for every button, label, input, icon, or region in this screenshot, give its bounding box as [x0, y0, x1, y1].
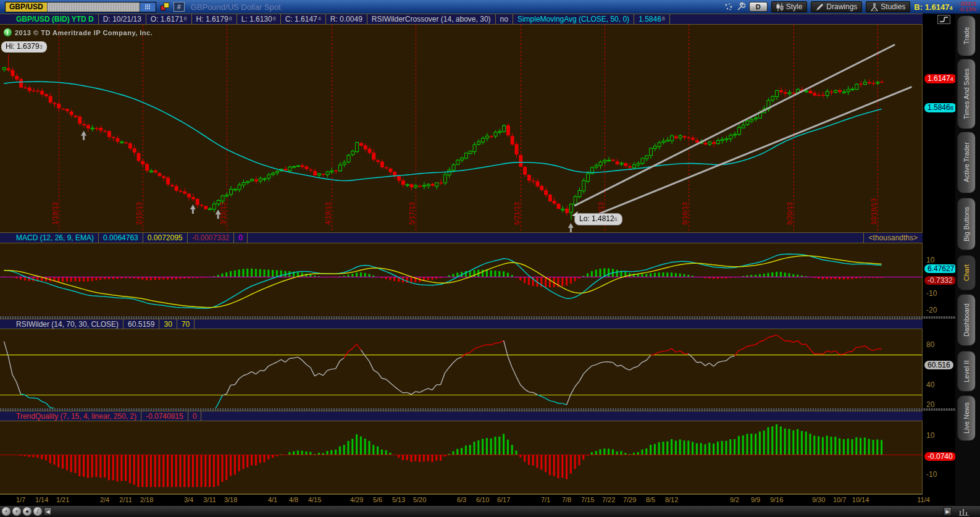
- rsi-crossover-value: no: [496, 14, 513, 24]
- rsi-axis[interactable]: 60.516 804020: [923, 329, 955, 408]
- link-color-icon[interactable]: [160, 2, 170, 12]
- x-axis-label: 8/5: [646, 496, 655, 503]
- x-axis-label: 11/4: [917, 496, 930, 503]
- tq-study-label[interactable]: TrendQuality (7, 15, 4, linear, 250, 2): [0, 411, 141, 421]
- axis-tick-label: 10: [926, 432, 934, 440]
- sidebar-tab-live-news[interactable]: Live News: [957, 395, 976, 441]
- date-cell: D: 10/21/13: [99, 14, 146, 24]
- x-axis-label: 5/6: [373, 496, 382, 503]
- sidebar-tab-trade[interactable]: Trade: [957, 15, 976, 56]
- rsi-crossover-study-label[interactable]: RSIWilderCrossover (14, above, 30): [367, 14, 496, 24]
- axis-tick-label: 40: [926, 381, 934, 389]
- info-icon: i: [4, 28, 12, 36]
- rsi-plot-area[interactable]: [0, 329, 923, 408]
- copyright-text: 2013 © TD Ameritrade IP Company, Inc.: [15, 29, 153, 36]
- x-axis-label: 7/29: [623, 496, 636, 503]
- macd-avg-value: 0.0072095: [143, 233, 188, 243]
- tq-value-badge: -0.0740: [924, 452, 956, 461]
- time-axis[interactable]: 1/71/141/212/42/112/183/43/113/184/14/84…: [0, 494, 955, 505]
- x-axis-label: 2/4: [100, 496, 109, 503]
- symbol-label: GBP/USD: [6, 2, 47, 12]
- open-cell: O: 1.61718: [146, 14, 192, 24]
- high-marker-badge: Hi: 1.63793: [1, 41, 47, 53]
- scroll-right-button[interactable]: ▶: [944, 507, 952, 516]
- zoom-icon[interactable]: +: [12, 507, 21, 516]
- x-axis-label: 8/12: [665, 496, 678, 503]
- tq-zero-value: 0: [188, 411, 202, 421]
- x-axis-label: 7/8: [562, 496, 571, 503]
- axis-tick-label: 20: [926, 401, 934, 409]
- x-axis-label: 10/7: [833, 496, 846, 503]
- pan-icon[interactable]: +: [2, 507, 10, 516]
- x-axis-label: 1/14: [35, 496, 48, 503]
- price-chart-canvas[interactable]: [0, 25, 922, 232]
- x-axis-label: 5/20: [413, 496, 426, 503]
- macd-chart-canvas[interactable]: [0, 243, 922, 316]
- period-d-button[interactable]: D: [749, 2, 768, 12]
- x-axis-label: 6/3: [457, 496, 466, 503]
- sidebar-tab-level-ii[interactable]: Level II: [957, 351, 976, 392]
- style-button[interactable]: Style: [771, 1, 808, 12]
- axis-tick-label: -10: [926, 471, 937, 479]
- tq-value: -0.0740815: [141, 411, 188, 421]
- tq-header-row: TrendQuality (7, 15, 4, linear, 250, 2) …: [0, 411, 955, 421]
- sma-study-label[interactable]: SimpleMovingAvg (CLOSE, 50, 0): [513, 14, 634, 24]
- price-axis[interactable]: 1.61474 1.58468: [923, 25, 955, 232]
- low-marker-tooltip: Lo: 1.48126: [574, 213, 622, 225]
- x-axis-label: 6/10: [476, 496, 489, 503]
- macd-zero-value: 0: [234, 233, 248, 243]
- symbol-input[interactable]: [47, 2, 140, 12]
- macd-value-badge: 6.47627: [924, 264, 957, 273]
- tq-chart-canvas[interactable]: [0, 421, 922, 494]
- gadget-sidebar: TradeTimes And SalesActive TraderBig But…: [955, 14, 980, 505]
- macd-unit-note: <thousandths>: [863, 233, 923, 243]
- macd-study-label[interactable]: MACD (12, 26, 9, EMA): [0, 233, 99, 243]
- rsi-study-label[interactable]: RSIWilder (14, 70, 30, CLOSE): [0, 319, 124, 329]
- scroll-left-button[interactable]: ◀: [44, 507, 52, 516]
- top-toolbar: GBP/USD # GBPound/US Dollar Spot D: [0, 0, 980, 14]
- flask-icon: [871, 3, 878, 11]
- x-axis-label: 7/1: [541, 496, 550, 503]
- spatter-icon[interactable]: [724, 2, 733, 11]
- sidebar-tab-dashboard[interactable]: Dashboard: [957, 294, 976, 346]
- macd-plot-area[interactable]: [0, 243, 923, 316]
- symbol-dropdown-button[interactable]: [140, 2, 156, 12]
- tq-plot-area[interactable]: [0, 421, 923, 494]
- draw-tool-icon[interactable]: /: [33, 507, 42, 516]
- tq-axis[interactable]: -0.0740 10-10: [923, 421, 955, 494]
- sidebar-tab-chart[interactable]: Chart: [957, 255, 976, 290]
- sidebar-tab-times-and-sales[interactable]: Times And Sales: [957, 59, 976, 129]
- price-plot-area[interactable]: i 2013 © TD Ameritrade IP Company, Inc. …: [0, 25, 923, 232]
- studies-button[interactable]: Studies: [866, 1, 910, 12]
- drawings-button[interactable]: Drawings: [811, 1, 862, 12]
- hash-button[interactable]: #: [174, 2, 185, 12]
- rsi-chart-canvas[interactable]: [0, 329, 922, 408]
- rsi-oversold-value: 30: [159, 319, 177, 329]
- rsi-panel: 60.516 804020: [0, 329, 955, 408]
- chart-symbol-cell[interactable]: GBP/USD (BID) YTD D: [0, 14, 99, 24]
- x-axis-label: 9/2: [730, 496, 739, 503]
- sidebar-tab-big-buttons[interactable]: Big Buttons: [957, 198, 976, 250]
- trading-app-window: GBP/USD # GBPound/US Dollar Spot D: [0, 0, 980, 517]
- dots-grid-icon: [144, 4, 151, 10]
- scale-mode-button[interactable]: [937, 15, 950, 24]
- x-axis-label: 4/1: [268, 496, 277, 503]
- mini-chart-icon[interactable]: [958, 508, 970, 516]
- copyright-line: i 2013 © TD Ameritrade IP Company, Inc.: [4, 28, 153, 36]
- bottom-toolbar: + + ● / ◀ ▶: [0, 505, 980, 517]
- sidebar-tab-active-trader[interactable]: Active Trader: [957, 132, 976, 193]
- rsi-value: 60.5159: [124, 319, 159, 329]
- wrench-icon[interactable]: [737, 2, 745, 11]
- high-cell: H: 1.61798: [192, 14, 237, 24]
- x-axis-label: 10/14: [852, 496, 869, 503]
- instrument-title: GBPound/US Dollar Spot: [191, 2, 281, 12]
- macd-axis[interactable]: 6.47627 -0.7332 10-10-20: [923, 243, 955, 316]
- price-header-row: GBP/USD (BID) YTD D D: 10/21/13 O: 1.617…: [0, 14, 955, 25]
- circle-tool-icon[interactable]: ●: [23, 507, 31, 516]
- axis-tick-label: 80: [926, 341, 934, 349]
- macd-diff-badge: -0.7332: [924, 276, 956, 285]
- macd-value: 0.0064763: [99, 233, 143, 243]
- x-axis-label: 6/17: [497, 496, 510, 503]
- bid-price: B: 1.61474: [914, 2, 952, 12]
- rsi-value-badge: 60.516: [924, 361, 953, 369]
